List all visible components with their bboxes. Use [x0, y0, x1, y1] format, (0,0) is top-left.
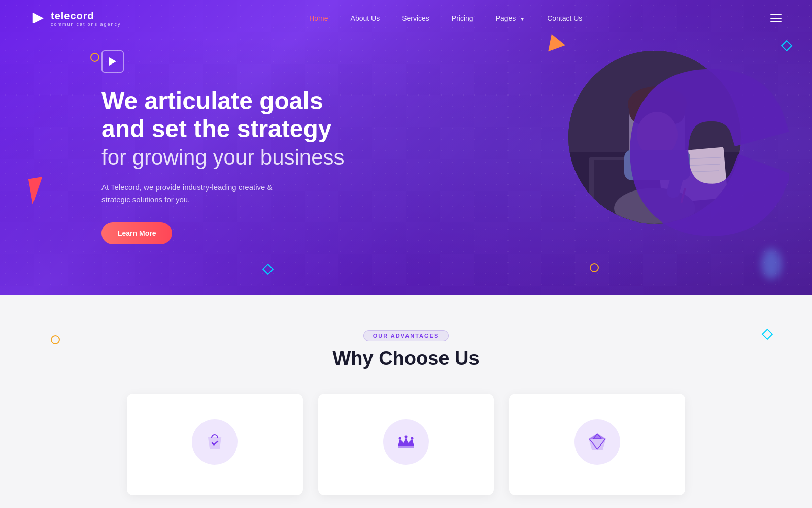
why-choose-section: OUR ADVANTAGES Why Choose Us	[0, 295, 812, 508]
yellow-circle-sec-deco	[51, 335, 60, 344]
hamburger-line-3	[770, 21, 782, 22]
nav-item-services[interactable]: Services	[391, 0, 441, 37]
nav-link-about[interactable]: About Us	[340, 0, 391, 37]
brand-tagline: communications agency	[51, 22, 121, 27]
svg-point-22	[411, 437, 413, 440]
nav-item-contact[interactable]: Contact Us	[536, 0, 593, 37]
nav-links: Home About Us Services Pricing Pages ▼ C…	[298, 0, 593, 37]
navbar: telecord communications agency Home Abou…	[0, 0, 812, 37]
card-icon-premium-wrap	[574, 419, 620, 465]
card-best	[318, 394, 494, 495]
hamburger-line-1	[770, 14, 782, 15]
hamburger-button[interactable]	[770, 14, 782, 22]
hero-title-bold: We articulate goals and set the strategy	[101, 87, 355, 143]
nav-item-pricing[interactable]: Pricing	[441, 0, 485, 37]
hero-cta-button[interactable]: Learn More	[101, 222, 172, 244]
orange-circle-deco	[590, 263, 599, 272]
svg-point-21	[404, 436, 407, 438]
card-premium	[509, 394, 685, 495]
svg-point-20	[398, 437, 401, 440]
hero-description: At Telecord, we provide industry-leading…	[101, 181, 284, 206]
nav-link-services[interactable]: Services	[391, 0, 441, 37]
svg-marker-2	[109, 57, 116, 66]
hero-content: We articulate goals and set the strategy…	[0, 50, 355, 245]
hero-image-area: C	[558, 41, 771, 254]
play-button[interactable]	[101, 50, 124, 73]
section-title: Why Choose Us	[30, 347, 782, 369]
nav-item-home[interactable]: Home	[298, 0, 339, 37]
hero-title-light: for growing your business	[101, 145, 355, 170]
nav-link-contact[interactable]: Contact Us	[536, 0, 593, 37]
nav-link-home[interactable]: Home	[298, 0, 339, 37]
chevron-down-icon: ▼	[520, 16, 525, 22]
logo-link[interactable]: telecord communications agency	[30, 10, 121, 27]
nav-item-about[interactable]: About Us	[340, 0, 391, 37]
crown-icon	[395, 431, 417, 453]
card-icon-quality-wrap	[192, 419, 238, 465]
svg-marker-0	[33, 13, 44, 23]
brand-name: telecord	[51, 10, 121, 22]
hero-c-letter: C	[637, 56, 776, 249]
nav-link-pages[interactable]: Pages ▼	[485, 0, 536, 37]
svg-marker-24	[589, 434, 605, 439]
section-badge-wrap: OUR ADVANTAGES	[30, 330, 782, 341]
shopping-bag-check-icon	[204, 431, 226, 453]
nav-item-pages[interactable]: Pages ▼	[485, 0, 536, 37]
cards-grid	[127, 394, 685, 495]
diamond-icon	[586, 431, 608, 453]
hamburger-line-2	[770, 18, 782, 19]
hero-section: We articulate goals and set the strategy…	[0, 0, 812, 295]
logo-icon	[30, 10, 47, 26]
card-quality	[127, 394, 303, 495]
card-icon-best-wrap	[383, 419, 429, 465]
section-badge: OUR ADVANTAGES	[363, 330, 449, 341]
nav-link-pricing[interactable]: Pricing	[441, 0, 485, 37]
